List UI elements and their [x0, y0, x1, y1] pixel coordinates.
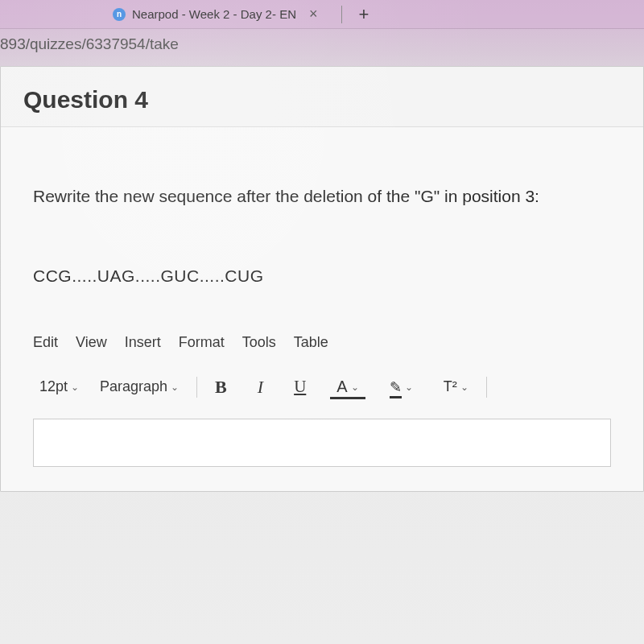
question-header: Question 4: [1, 67, 643, 127]
url-text: 893/quizzes/6337954/take: [0, 35, 179, 53]
highlight-button[interactable]: ✎ ⌄: [383, 375, 419, 399]
question-prompt: Rewrite the new sequence after the delet…: [33, 184, 611, 210]
browser-tab-bar: n Nearpod - Week 2 - Day 2- EN × +: [0, 0, 644, 29]
underline-button[interactable]: U: [287, 374, 312, 400]
superscript-button[interactable]: T² ⌄: [437, 375, 475, 398]
close-icon[interactable]: ×: [306, 6, 321, 23]
toolbar-divider: [196, 377, 197, 398]
question-sequence: CCG.....UAG.....GUC.....CUG: [33, 266, 611, 286]
tab-divider: [341, 6, 342, 23]
font-size-label: 12pt: [39, 378, 68, 395]
menu-view[interactable]: View: [76, 334, 107, 351]
nearpod-favicon: n: [113, 8, 126, 21]
text-color-button[interactable]: A ⌄: [330, 374, 365, 399]
editor-menu-bar: Edit View Insert Format Tools Table: [33, 326, 611, 359]
answer-textarea[interactable]: [33, 419, 611, 467]
chevron-down-icon: ⌄: [71, 382, 79, 393]
toolbar-divider: [486, 377, 487, 398]
superscript-label: T²: [444, 378, 457, 395]
chevron-down-icon: ⌄: [351, 382, 359, 393]
chevron-down-icon: ⌄: [405, 382, 413, 393]
question-title: Question 4: [23, 86, 621, 114]
tab-title: Nearpod - Week 2 - Day 2- EN: [132, 7, 296, 21]
menu-insert[interactable]: Insert: [125, 334, 161, 351]
highlight-icon: ✎: [390, 378, 402, 396]
chevron-down-icon: ⌄: [171, 382, 179, 393]
block-format-dropdown[interactable]: Paragraph ⌄: [93, 375, 185, 398]
block-format-label: Paragraph: [100, 378, 167, 395]
editor-toolbar: 12pt ⌄ Paragraph ⌄ B I U A ⌄ ✎ ⌄ T² ⌄: [33, 359, 611, 407]
new-tab-button[interactable]: +: [353, 4, 374, 25]
text-color-label: A: [336, 378, 347, 396]
url-bar[interactable]: 893/quizzes/6337954/take: [0, 29, 644, 60]
menu-edit[interactable]: Edit: [33, 334, 58, 351]
font-size-dropdown[interactable]: 12pt ⌄: [33, 375, 85, 398]
browser-tab[interactable]: n Nearpod - Week 2 - Day 2- EN ×: [103, 1, 330, 27]
quiz-panel: Question 4 Rewrite the new sequence afte…: [0, 66, 644, 492]
question-body: Rewrite the new sequence after the delet…: [1, 127, 643, 491]
chevron-down-icon: ⌄: [460, 382, 469, 393]
menu-tools[interactable]: Tools: [242, 334, 276, 351]
menu-format[interactable]: Format: [179, 334, 225, 351]
italic-button[interactable]: I: [251, 374, 270, 401]
bold-button[interactable]: B: [208, 374, 233, 401]
menu-table[interactable]: Table: [294, 334, 328, 351]
